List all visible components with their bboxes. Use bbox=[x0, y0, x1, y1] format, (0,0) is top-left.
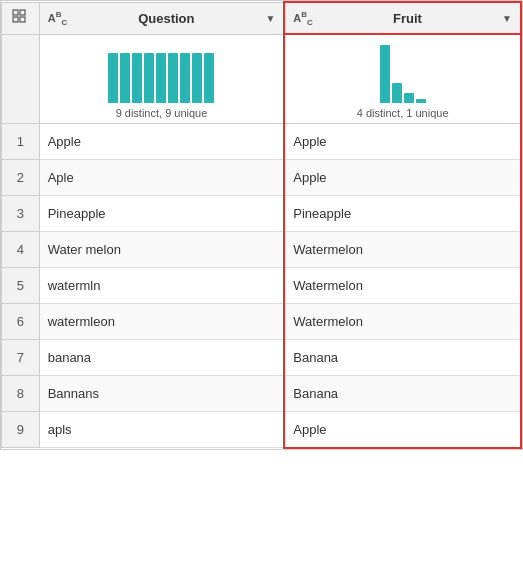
svg-rect-3 bbox=[20, 17, 25, 22]
question-cell: Bannans bbox=[39, 376, 284, 412]
question-cell: Aple bbox=[39, 160, 284, 196]
fruit-bars bbox=[380, 43, 426, 103]
table-row: 8BannansBanana bbox=[2, 376, 522, 412]
table-body: 1AppleApple2ApleApple3PineapplePineapple… bbox=[2, 124, 522, 448]
fruit-cell: Watermelon bbox=[284, 268, 521, 304]
question-cell: Apple bbox=[39, 124, 284, 160]
question-dropdown-icon[interactable]: ▼ bbox=[265, 13, 275, 24]
fruit-cell: Apple bbox=[284, 124, 521, 160]
bar bbox=[144, 53, 154, 103]
row-index: 7 bbox=[2, 340, 40, 376]
index-header bbox=[2, 2, 40, 34]
question-cell: apls bbox=[39, 412, 284, 448]
fruit-dropdown-icon[interactable]: ▼ bbox=[502, 13, 512, 24]
fruit-type-icon: ABC bbox=[293, 10, 313, 27]
row-index: 3 bbox=[2, 196, 40, 232]
bar bbox=[204, 53, 214, 103]
fruit-hist-label: 4 distinct, 1 unique bbox=[357, 107, 449, 119]
row-index: 4 bbox=[2, 232, 40, 268]
bar bbox=[108, 53, 118, 103]
table-row: 4Water melonWatermelon bbox=[2, 232, 522, 268]
fruit-cell: Watermelon bbox=[284, 232, 521, 268]
svg-rect-2 bbox=[13, 17, 18, 22]
histogram-row: 9 distinct, 9 unique 4 distinct, 1 uniqu… bbox=[2, 34, 522, 124]
bar bbox=[180, 53, 190, 103]
question-type-icon: ABC bbox=[48, 10, 68, 27]
bar bbox=[156, 53, 166, 103]
header-row: ABC Question ▼ ABC Fruit ▼ bbox=[2, 2, 522, 34]
table-row: 2ApleApple bbox=[2, 160, 522, 196]
row-index: 2 bbox=[2, 160, 40, 196]
fruit-cell: Banana bbox=[284, 340, 521, 376]
table-row: 1AppleApple bbox=[2, 124, 522, 160]
fruit-column-header[interactable]: ABC Fruit ▼ bbox=[284, 2, 521, 34]
question-cell: watermleon bbox=[39, 304, 284, 340]
question-histogram-cell: 9 distinct, 9 unique bbox=[39, 34, 284, 124]
question-hist-label: 9 distinct, 9 unique bbox=[116, 107, 208, 119]
bar bbox=[392, 83, 402, 103]
row-index: 1 bbox=[2, 124, 40, 160]
bar bbox=[404, 93, 414, 103]
bar bbox=[380, 45, 390, 103]
row-index: 8 bbox=[2, 376, 40, 412]
row-index: 9 bbox=[2, 412, 40, 448]
svg-rect-1 bbox=[20, 10, 25, 15]
grid-icon bbox=[12, 9, 28, 25]
bar bbox=[416, 99, 426, 103]
fruit-cell: Watermelon bbox=[284, 304, 521, 340]
bar bbox=[192, 53, 202, 103]
bar bbox=[168, 53, 178, 103]
data-table: ABC Question ▼ ABC Fruit ▼ bbox=[0, 0, 523, 450]
question-column-header[interactable]: ABC Question ▼ bbox=[39, 2, 284, 34]
table-row: 7bananaBanana bbox=[2, 340, 522, 376]
fruit-cell: Apple bbox=[284, 412, 521, 448]
fruit-cell: Banana bbox=[284, 376, 521, 412]
table-row: 3PineapplePineapple bbox=[2, 196, 522, 232]
question-cell: Water melon bbox=[39, 232, 284, 268]
fruit-histogram-cell: 4 distinct, 1 unique bbox=[284, 34, 521, 124]
fruit-cell: Apple bbox=[284, 160, 521, 196]
svg-rect-0 bbox=[13, 10, 18, 15]
question-cell: Pineapple bbox=[39, 196, 284, 232]
fruit-column-label: Fruit bbox=[319, 11, 496, 26]
fruit-cell: Pineapple bbox=[284, 196, 521, 232]
table-row: 9aplsApple bbox=[2, 412, 522, 448]
question-cell: banana bbox=[39, 340, 284, 376]
table-row: 6watermleonWatermelon bbox=[2, 304, 522, 340]
histogram-index-cell bbox=[2, 34, 40, 124]
row-index: 6 bbox=[2, 304, 40, 340]
question-column-label: Question bbox=[73, 11, 259, 26]
question-cell: watermln bbox=[39, 268, 284, 304]
question-bars bbox=[108, 43, 214, 103]
row-index: 5 bbox=[2, 268, 40, 304]
bar bbox=[120, 53, 130, 103]
bar bbox=[132, 53, 142, 103]
table-row: 5watermlnWatermelon bbox=[2, 268, 522, 304]
